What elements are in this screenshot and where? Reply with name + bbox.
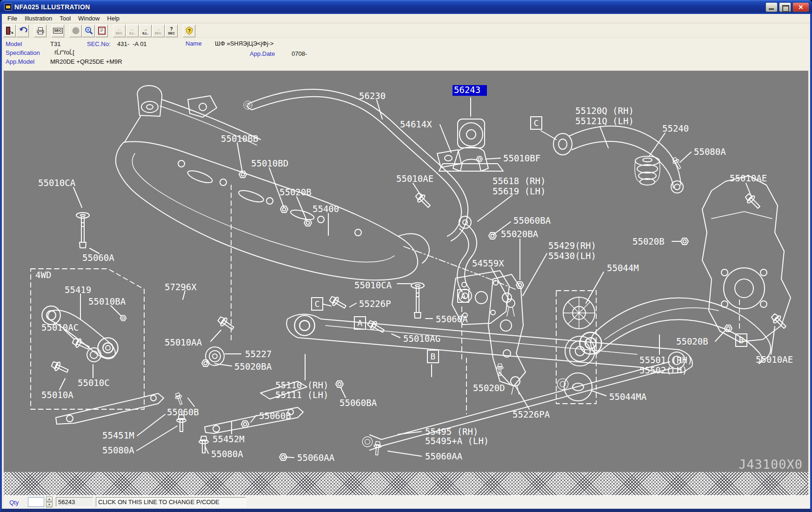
spinner-up-icon[interactable]: ▲ [46, 497, 53, 502]
part-label-55044MA[interactable]: 55044MA [609, 392, 646, 401]
part-label-55226PA[interactable]: 55226PA [512, 410, 550, 419]
part-label-55227[interactable]: 55227 [245, 350, 272, 359]
menu-tool[interactable]: Tool [56, 14, 74, 22]
part-label-54559X[interactable]: 54559X [472, 259, 504, 268]
part-label-55430LH[interactable]: 55430(LH) [548, 252, 596, 260]
part-label-55502LH[interactable]: 55502(LH) [639, 366, 687, 375]
part-label-55495RH[interactable]: 55495 (RH) [425, 427, 478, 436]
part-label-55060B[interactable]: 55060B [259, 412, 291, 420]
appmodel-label: App.Model [6, 58, 34, 65]
part-label-55060BA[interactable]: 55060BA [513, 216, 551, 225]
part-label-55240[interactable]: 55240 [662, 124, 689, 133]
part-label-55060AA[interactable]: 55060AA [297, 453, 334, 462]
illustration-canvas[interactable]: 562305624354614X55010BFC55120Q (RH)55121… [4, 71, 808, 472]
menu-illustration[interactable]: Illustration [21, 14, 56, 22]
part-label-55020B[interactable]: 55020B [676, 337, 708, 346]
part-label-55010CA[interactable]: 55010CA [354, 281, 392, 290]
part-label-55619LH[interactable]: 55619 (LH) [493, 187, 546, 196]
part-label-55020B[interactable]: 55020B [280, 188, 312, 197]
titlebar[interactable]: NFA025 ILLUSTRATION ✕ [0, 0, 812, 14]
maximize-button[interactable] [779, 2, 791, 12]
part-label-55121QLH[interactable]: 55121Q (LH) [575, 117, 634, 126]
part-label-55111LH[interactable]: 55111 (LH) [275, 391, 328, 399]
specification-label: Specification [6, 49, 40, 56]
part-label-55010AE[interactable]: 55010AE [730, 174, 767, 183]
toolbar-section-search-button[interactable]: ?SEC [165, 25, 178, 37]
part-label-55060B[interactable]: 55060B [167, 408, 199, 417]
part-label-55010BF[interactable]: 55010BF [503, 154, 540, 163]
part-label-55080A[interactable]: 55080A [211, 450, 243, 459]
part-label-55429RH[interactable]: 55429(RH) [548, 241, 596, 250]
part-label-55010AA[interactable]: 55010AA [165, 338, 202, 347]
part-label-55419[interactable]: 55419 [65, 286, 91, 294]
part-label-55400[interactable]: 55400 [313, 205, 339, 213]
part-label-55010AE[interactable]: 55010AE [396, 174, 433, 183]
menu-file[interactable]: File [4, 14, 21, 22]
part-label-55010AE[interactable]: 55010AE [756, 355, 793, 364]
part-label-55010C[interactable]: 55010C [78, 379, 110, 387]
part-label-55451M[interactable]: 55451M [102, 431, 134, 440]
part-label-54614X[interactable]: 54614X [400, 120, 432, 129]
toolbar-prev-illustration-button[interactable]: ←ILL. [126, 25, 139, 37]
part-label-55020BA[interactable]: 55020BA [501, 230, 538, 239]
qty-input[interactable] [28, 497, 44, 507]
minimize-button[interactable] [765, 2, 778, 12]
part-label-55010AG[interactable]: 55010AG [403, 334, 440, 343]
toolbar-exit-button[interactable] [3, 25, 16, 37]
part-label-55010BB[interactable]: 55010BB [221, 134, 258, 143]
menu-window[interactable]: Window [74, 14, 103, 22]
toolbar-select-mode-button[interactable] [69, 25, 82, 37]
pcode-field[interactable]: 56243 [56, 497, 93, 507]
part-label-56230[interactable]: 56230 [359, 92, 386, 100]
part-label-55618RH[interactable]: 55618 (RH) [493, 177, 546, 186]
toolbar-next-illustration-button[interactable]: →ILL. [139, 25, 152, 37]
section-list-icon: SEC [53, 28, 62, 33]
print-icon [36, 26, 45, 35]
toolbar-zoom-button[interactable] [82, 25, 95, 37]
toolbar-next-section-button[interactable]: →SEC. [152, 25, 165, 37]
part-label-55495+ALH[interactable]: 55495+A (LH) [425, 437, 489, 446]
part-label-55010A[interactable]: 55010A [41, 391, 73, 399]
part-label-57296X[interactable]: 57296X [165, 283, 197, 292]
window-title: NFA025 ILLUSTRATION [14, 3, 764, 11]
part-label-55020B[interactable]: 55020B [632, 237, 665, 246]
part-label-55080A[interactable]: 55080A [694, 147, 726, 156]
drawing-code: J43100X0 [739, 458, 803, 471]
part-labels-layer: 562305624354614X55010BFC55120Q (RH)55121… [4, 71, 808, 472]
pcode-change-line[interactable]: CLICK ON THIS LINE TO CHANGE P/CODE [96, 497, 246, 507]
part-label-55501RH[interactable]: 55501 (RH) [639, 356, 692, 365]
close-button[interactable]: ✕ [792, 2, 809, 12]
appdate-value: 0708- [292, 50, 307, 57]
part-label-4WD[interactable]: 4WD [35, 271, 51, 279]
toolbar-illustration-page-button[interactable] [95, 25, 108, 37]
toolbar-print-button[interactable] [34, 25, 47, 37]
part-label-55120QRH[interactable]: 55120Q (RH) [575, 106, 634, 115]
part-label-55010BA[interactable]: 55010BA [88, 297, 126, 306]
toolbar-prev-section-button[interactable]: ←SEC. [113, 25, 126, 37]
part-label-55080A[interactable]: 55080A [102, 446, 134, 455]
specification-value: ŕĹŕ″ŕoĹ[ [54, 49, 74, 56]
next-illustration-icon: →ILL. [142, 27, 148, 35]
app-icon [4, 3, 12, 11]
toolbar-help-button[interactable]: ? [183, 25, 195, 37]
part-label-55010AC[interactable]: 55010AC [41, 323, 79, 332]
model-value: T31 [50, 40, 60, 47]
toolbar-section-list-button[interactable]: SEC [52, 25, 64, 37]
part-label-55020BA[interactable]: 55020BA [234, 362, 272, 371]
menu-help[interactable]: Help [103, 14, 123, 22]
part-label-55044M[interactable]: 55044M [607, 264, 639, 273]
part-label-55060BA[interactable]: 55060BA [339, 399, 377, 407]
toolbar-undo-button[interactable] [16, 25, 29, 37]
part-label-55060A[interactable]: 55060A [82, 253, 114, 262]
part-label-56243[interactable]: 56243 [453, 85, 487, 96]
select-mode-icon [71, 26, 80, 35]
part-label-55110RH[interactable]: 55110 (RH) [275, 381, 328, 390]
part-label-55010CA[interactable]: 55010CA [38, 179, 75, 187]
spinner-down-icon[interactable]: ▼ [46, 502, 53, 507]
part-label-55452M[interactable]: 55452M [213, 435, 245, 444]
part-label-55060A[interactable]: 55060A [436, 315, 468, 324]
part-label-55020D[interactable]: 55020D [473, 384, 505, 392]
part-label-55010BD[interactable]: 55010BD [251, 159, 288, 168]
part-label-55060AA[interactable]: 55060AA [425, 452, 462, 461]
part-label-55226P[interactable]: 55226P [359, 299, 391, 308]
